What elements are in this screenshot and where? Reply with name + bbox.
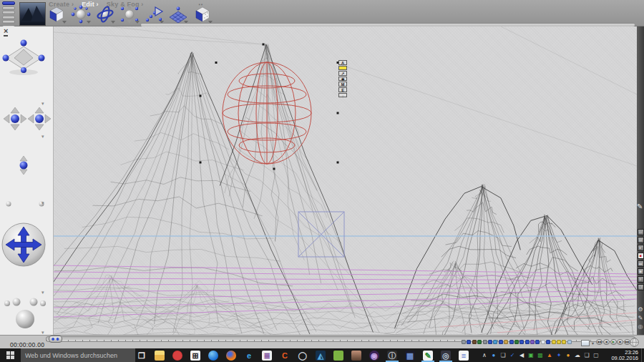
tray-vlc-icon[interactable]: ▲ xyxy=(546,352,553,359)
firefox-icon[interactable] xyxy=(226,351,236,361)
tray-display-icon[interactable]: ❏ xyxy=(499,352,507,359)
tray-cloud-icon[interactable]: ☁ xyxy=(574,352,581,359)
drop-badge[interactable]: ↓ xyxy=(338,93,347,98)
camera-trackball[interactable] xyxy=(0,221,47,268)
display-mode-button[interactable]: ❏ xyxy=(638,284,644,290)
image-app-icon[interactable]: ▦ xyxy=(405,351,415,361)
gear-badge[interactable]: ✱ xyxy=(338,77,347,82)
chevron-down-icon[interactable]: ▾ xyxy=(42,101,44,107)
resize-tool-icon[interactable] xyxy=(70,4,92,24)
display-mode-button[interactable]: ▸ xyxy=(638,245,644,251)
photos-app-icon[interactable]: ◭ xyxy=(316,351,326,361)
chevron-down-icon[interactable]: ▾ xyxy=(42,290,44,295)
timeline-scrubber-handle[interactable] xyxy=(49,336,62,343)
select-object-type-button[interactable] xyxy=(525,340,530,344)
chevron-down-icon[interactable]: ▾ xyxy=(592,341,594,346)
quill-app-icon[interactable]: ✎ xyxy=(423,351,433,361)
palette-pill[interactable] xyxy=(2,6,15,10)
chevron-down-icon[interactable]: ▾ xyxy=(42,200,44,206)
play-button[interactable]: ▶ xyxy=(610,339,617,345)
solo-badge[interactable] xyxy=(338,66,347,71)
palette-pill[interactable] xyxy=(2,20,15,24)
document-app-icon[interactable]: ≣ xyxy=(262,351,272,361)
display-mode-button[interactable]: ▣ xyxy=(638,268,644,275)
camera-app-icon[interactable]: ◉ xyxy=(369,351,379,361)
rewind-button[interactable]: ◀◀ xyxy=(596,339,602,345)
taskbar-clock[interactable]: 23:26 09.02.2016 xyxy=(602,350,638,362)
tray-green-box-icon[interactable]: ▣ xyxy=(527,352,535,359)
link-badge[interactable]: ↗ xyxy=(338,71,347,76)
select-object-type-button[interactable] xyxy=(541,340,545,344)
taskbar-search-input[interactable] xyxy=(21,348,135,362)
tray-blue-circle-icon[interactable]: ● xyxy=(490,352,497,359)
select-object-type-button[interactable] xyxy=(493,340,497,344)
select-object-type-button[interactable] xyxy=(499,340,503,344)
pencil-icon[interactable]: ✎ xyxy=(637,202,643,210)
select-object-type-button[interactable] xyxy=(552,340,556,344)
tray-orange-dot-icon[interactable]: ● xyxy=(565,352,572,359)
display-mode-button[interactable]: ■ xyxy=(638,253,644,259)
scene-viewport[interactable]: A↗✱ME↓ xyxy=(54,26,637,335)
target-icon[interactable]: ◎ xyxy=(637,323,644,330)
start-button[interactable] xyxy=(0,348,20,362)
select-object-type-button[interactable] xyxy=(557,340,561,344)
texture-cube-icon[interactable] xyxy=(192,4,213,24)
edit-badge[interactable]: E xyxy=(338,87,347,92)
orange-c-app-icon[interactable]: C xyxy=(280,351,290,361)
disc-app-icon[interactable]: ◎ xyxy=(441,351,451,361)
android-app-icon[interactable] xyxy=(333,351,343,361)
display-mode-button[interactable]: ▬ xyxy=(638,260,644,267)
notepad-app-icon[interactable]: ≡ xyxy=(459,351,469,361)
align-tool-icon[interactable] xyxy=(143,4,165,24)
store-icon[interactable]: ⊞ xyxy=(190,351,200,361)
rotate-tool-icon[interactable] xyxy=(94,4,116,24)
red-app-icon[interactable] xyxy=(172,351,182,361)
select-object-type-button[interactable] xyxy=(519,340,524,344)
material-badge[interactable]: M xyxy=(338,82,347,87)
tray-green-image-icon[interactable]: ▩ xyxy=(537,352,544,359)
display-mode-button[interactable]: ▭ xyxy=(638,229,644,235)
nano-preview-thumbnail[interactable] xyxy=(19,2,46,26)
palette-pill[interactable] xyxy=(2,16,15,19)
select-object-type-button[interactable] xyxy=(467,340,471,344)
display-mode-button[interactable]: ▤ xyxy=(638,237,644,243)
terrain-grid-icon[interactable] xyxy=(167,4,189,24)
select-object-type-button[interactable] xyxy=(509,340,514,344)
selected-sphere-wireframe[interactable] xyxy=(223,62,311,164)
ring-app-icon[interactable]: ◯ xyxy=(298,351,308,361)
file-explorer-icon[interactable] xyxy=(155,351,165,361)
show-desktop-button[interactable] xyxy=(641,348,644,362)
tray-volume-icon[interactable]: ◀ xyxy=(518,352,525,359)
chevron-down-icon[interactable]: ▾ xyxy=(42,134,44,140)
step-back-button[interactable]: ◀ xyxy=(603,339,610,345)
display-mode-button[interactable]: ≡ xyxy=(638,276,644,283)
reposition-tool-icon[interactable] xyxy=(119,4,140,24)
selection-mode-button[interactable] xyxy=(581,340,590,346)
tray-expand-icon[interactable]: ∧ xyxy=(481,352,488,359)
select-object-type-button[interactable] xyxy=(483,340,487,344)
pen-icon[interactable]: ✎ xyxy=(637,315,644,321)
rotate-x-control[interactable] xyxy=(3,107,27,131)
tray-monitors-icon[interactable]: ❏ xyxy=(583,352,590,359)
edge-icon[interactable]: e xyxy=(244,351,254,361)
globe-trackball-icon[interactable] xyxy=(630,338,639,347)
select-object-type-button[interactable] xyxy=(514,340,519,344)
tray-tablet-icon[interactable]: ▢ xyxy=(592,352,600,359)
rotate-y-control[interactable] xyxy=(27,107,52,131)
info-app-icon[interactable]: ⓘ xyxy=(387,351,397,361)
palette-pill[interactable] xyxy=(2,1,15,5)
select-object-type-button[interactable] xyxy=(477,340,482,344)
rotate-z-control[interactable] xyxy=(13,155,34,175)
tray-check-icon[interactable]: ✓ xyxy=(509,352,516,359)
select-object-type-button[interactable] xyxy=(535,340,540,344)
select-object-type-button[interactable] xyxy=(504,340,508,344)
attributes-badge[interactable]: A xyxy=(338,60,347,65)
blue-swirl-app-icon[interactable] xyxy=(208,351,218,361)
select-object-type-button[interactable] xyxy=(530,340,535,344)
select-object-type-button[interactable] xyxy=(562,340,566,344)
gear-icon[interactable]: ⚙ xyxy=(637,306,644,313)
select-object-type-button[interactable] xyxy=(462,340,466,344)
select-object-type-button[interactable] xyxy=(472,340,477,344)
tray-blue-star-icon[interactable]: ✦ xyxy=(555,352,562,359)
select-object-type-button[interactable] xyxy=(567,340,572,344)
